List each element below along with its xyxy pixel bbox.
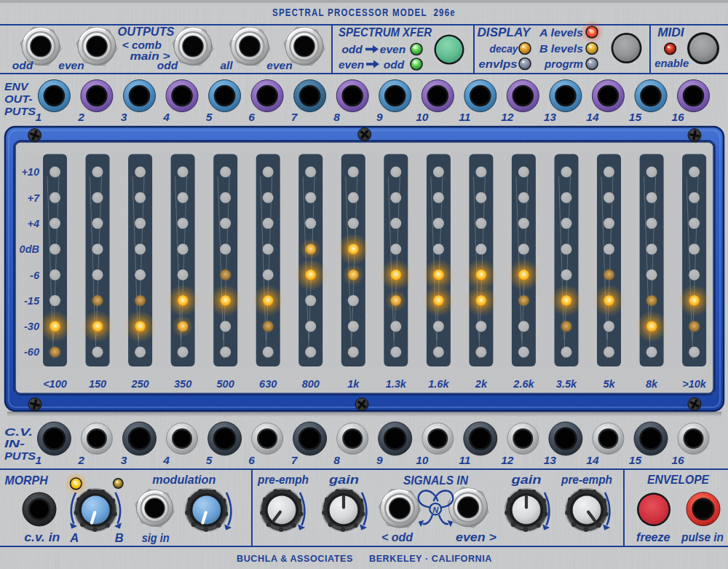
svg-text:150: 150 — [89, 378, 106, 390]
svg-text:12: 12 — [501, 111, 514, 123]
svg-text:< odd: < odd — [381, 530, 414, 544]
svg-text:OUT-: OUT- — [4, 93, 33, 105]
svg-text:B levels: B levels — [539, 42, 583, 55]
svg-text:2: 2 — [77, 454, 84, 466]
svg-text:10: 10 — [416, 454, 429, 466]
svg-text:350: 350 — [174, 378, 191, 390]
svg-text:C.V.: C.V. — [4, 425, 33, 438]
svg-text:1k: 1k — [347, 378, 360, 390]
svg-text:3: 3 — [121, 111, 127, 123]
svg-text:MORPH: MORPH — [5, 474, 49, 487]
svg-text:MIDI: MIDI — [657, 25, 684, 39]
svg-text:10: 10 — [416, 111, 429, 123]
svg-text:N: N — [432, 506, 439, 514]
svg-text:800: 800 — [302, 378, 320, 390]
svg-text:2: 2 — [77, 111, 84, 123]
svg-text:B: B — [115, 531, 124, 544]
svg-text:envlps: envlps — [479, 58, 518, 70]
svg-text:1.3k: 1.3k — [386, 378, 407, 390]
svg-text:gain: gain — [510, 473, 541, 486]
svg-text:250: 250 — [130, 378, 149, 390]
svg-text:c.v. in: c.v. in — [24, 530, 60, 544]
svg-text:BUCHLA & ASSOCIATES: BUCHLA & ASSOCIATES — [237, 553, 353, 564]
svg-text:all: all — [220, 59, 233, 71]
svg-text:decay: decay — [490, 42, 519, 55]
svg-text:BERKELEY · CALIFORNIA: BERKELEY · CALIFORNIA — [369, 553, 492, 564]
svg-text:even: even — [266, 59, 292, 71]
svg-text:PUTS: PUTS — [4, 105, 36, 117]
svg-text:pulse in: pulse in — [681, 530, 724, 544]
svg-text:8k: 8k — [646, 378, 658, 390]
svg-text:A: A — [69, 531, 79, 544]
svg-text:SPECTRUM XFER: SPECTRUM XFER — [339, 25, 432, 39]
svg-text:4: 4 — [162, 111, 170, 123]
svg-text:5k: 5k — [603, 378, 615, 390]
svg-text:odd: odd — [12, 59, 33, 71]
svg-text:5: 5 — [206, 454, 213, 466]
svg-text:freeze: freeze — [636, 530, 670, 544]
svg-text:odd: odd — [341, 43, 363, 55]
svg-text:OUTPUTS: OUTPUTS — [118, 25, 175, 38]
svg-text:gain: gain — [328, 473, 359, 486]
svg-text:progrm: progrm — [544, 58, 583, 70]
svg-text:13: 13 — [544, 111, 557, 123]
svg-text:A levels: A levels — [539, 26, 583, 39]
svg-text:14: 14 — [586, 111, 599, 123]
svg-text:1.6k: 1.6k — [428, 378, 449, 390]
svg-text:sig in: sig in — [142, 531, 170, 544]
svg-text:even: even — [380, 43, 405, 55]
svg-text:odd: odd — [384, 58, 405, 71]
svg-text:12: 12 — [501, 454, 514, 466]
svg-text:even >: even > — [456, 530, 496, 544]
svg-text:3.5k: 3.5k — [556, 378, 577, 390]
svg-text:1: 1 — [36, 111, 42, 123]
svg-text:14: 14 — [586, 454, 599, 466]
svg-text:6: 6 — [248, 454, 255, 466]
svg-text:>10k: >10k — [682, 378, 707, 390]
svg-text:2k: 2k — [475, 378, 488, 390]
svg-text:pre-emph: pre-emph — [561, 473, 612, 486]
svg-text:ENVELOPE: ENVELOPE — [647, 473, 710, 486]
svg-text:13: 13 — [544, 454, 557, 466]
svg-text:1: 1 — [36, 454, 42, 466]
svg-text:<100: <100 — [43, 378, 67, 390]
svg-text:9: 9 — [376, 454, 383, 466]
svg-text:16: 16 — [671, 454, 684, 466]
svg-text:modulation: modulation — [152, 473, 215, 486]
svg-text:3: 3 — [121, 454, 127, 466]
svg-text:8: 8 — [333, 111, 340, 123]
svg-text:2.6k: 2.6k — [513, 378, 534, 390]
svg-text:16: 16 — [671, 111, 684, 123]
svg-text:8: 8 — [333, 454, 340, 466]
svg-text:5: 5 — [206, 111, 213, 123]
svg-text:main >: main > — [130, 50, 170, 62]
svg-text:500: 500 — [217, 378, 234, 390]
svg-text:15: 15 — [629, 454, 642, 466]
svg-text:4: 4 — [162, 454, 170, 466]
svg-text:pre-emph: pre-emph — [257, 473, 309, 486]
svg-text:IN-: IN- — [4, 437, 25, 450]
svg-text:7: 7 — [291, 111, 298, 123]
svg-text:7: 7 — [291, 454, 298, 466]
svg-text:11: 11 — [459, 111, 470, 123]
svg-text:DISPLAY: DISPLAY — [478, 25, 532, 39]
svg-text:even: even — [339, 58, 364, 71]
svg-text:9: 9 — [376, 111, 383, 123]
svg-text:ENV: ENV — [4, 80, 29, 93]
svg-text:630: 630 — [259, 378, 277, 390]
svg-text:enable: enable — [654, 57, 689, 69]
svg-text:PUTS: PUTS — [4, 450, 36, 462]
svg-text:6: 6 — [248, 111, 255, 123]
svg-text:SPECTRAL PROCESSOR MODEL 296e: SPECTRAL PROCESSOR MODEL 296e — [272, 6, 456, 18]
svg-text:15: 15 — [629, 111, 642, 123]
svg-text:SIGNALS IN: SIGNALS IN — [403, 474, 469, 487]
svg-text:11: 11 — [459, 454, 470, 466]
svg-text:even: even — [58, 59, 84, 71]
